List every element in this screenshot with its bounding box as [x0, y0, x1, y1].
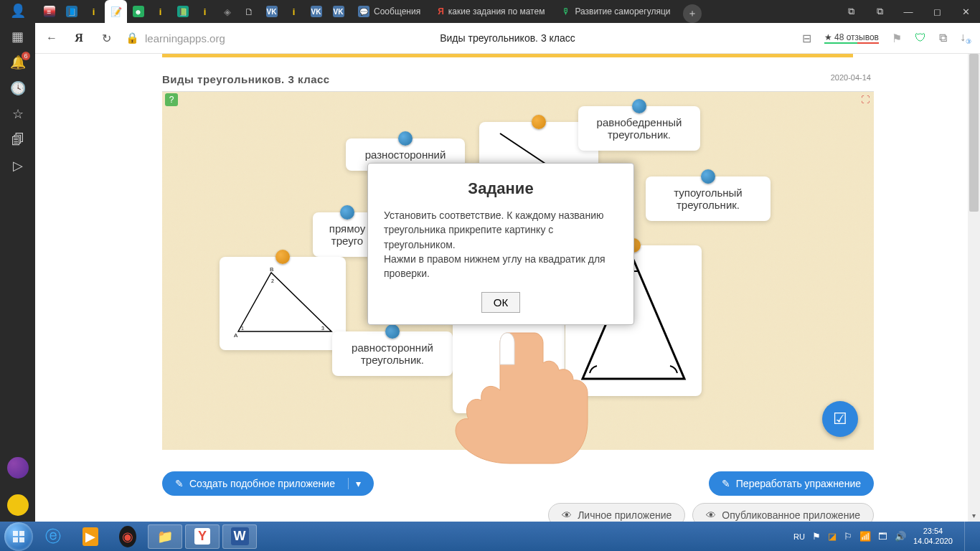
url-text: learningapps.org	[145, 32, 225, 44]
game-canvas[interactable]: ? ⛶ разносторонний равнобедренный треуго…	[162, 91, 874, 450]
tab-fav-13[interactable]: VK	[305, 0, 327, 23]
page-title: Виды треугольников. 3 класс	[440, 32, 575, 44]
tab-fav-7[interactable]: 📗	[171, 0, 194, 23]
vertical-scrollbar[interactable]: ▾	[968, 54, 980, 522]
url-bar: ← Я ↻ 🔒 learningapps.org Виды треугольни…	[35, 23, 980, 54]
window-pip-icon[interactable]: ⧉	[865, 0, 894, 23]
pencil-icon: ✎	[722, 478, 730, 489]
tab-fav-1[interactable]: ≡	[38, 0, 60, 23]
history-icon[interactable]: 🕓	[10, 80, 26, 96]
tab-yandex-search[interactable]: Якакие задания по матем	[429, 0, 553, 23]
window-panels-icon[interactable]: ⧉	[837, 0, 865, 23]
action-bar: ✎ Создать подобное приложение ▾ ✎ Перера…	[162, 471, 874, 522]
tray-clock[interactable]: 23:54 14.04.2020	[913, 527, 953, 547]
tab-fav-6[interactable]: i	[149, 0, 171, 23]
tab-fav-10[interactable]: 🗋	[238, 0, 260, 23]
taskbar-app-red[interactable]: ◉	[110, 524, 145, 549]
tray-shield-icon[interactable]: ◪	[828, 531, 837, 542]
tray-flag-icon[interactable]: ⚑	[812, 531, 821, 542]
card-triangle-left[interactable]: BAC123	[220, 257, 346, 350]
bell-icon[interactable]: 🔔6	[10, 55, 26, 70]
page-content: Виды треугольников. 3 класс 2020-04-14 ?…	[35, 54, 980, 522]
svg-text:2: 2	[271, 278, 274, 283]
tab-messages[interactable]: 💬Сообщения	[349, 0, 429, 23]
notification-badge: 6	[22, 52, 29, 60]
tray-volume-icon[interactable]: 🔊	[895, 531, 906, 542]
svg-text:A: A	[234, 332, 238, 339]
tray-action-icon[interactable]: ⚐	[844, 531, 852, 542]
scrollbar-down-icon[interactable]: ▾	[968, 509, 980, 522]
tab-fav-12[interactable]: i	[283, 0, 305, 23]
tab-fav-2[interactable]: 📘	[60, 0, 83, 23]
new-tab-button[interactable]: ＋	[683, 4, 702, 23]
task-modal: Задание Установить соответствие. К каждо…	[367, 163, 634, 325]
taskbar-ie[interactable]: ⓔ	[36, 524, 70, 549]
public-app-button[interactable]: 👁 Опубликованное приложение	[692, 503, 874, 522]
dropdown-caret-icon[interactable]: ▾	[348, 478, 361, 489]
translate-icon[interactable]: ⊟	[802, 32, 811, 45]
extensions-icon[interactable]: ⧉	[939, 32, 947, 44]
modal-body: Установить соответствие. К каждому назва…	[384, 208, 618, 281]
tab-fav-9[interactable]: ◈	[216, 0, 238, 23]
pin-icon	[385, 324, 400, 339]
tab-fav-8[interactable]: i	[194, 0, 216, 23]
profile-icon[interactable]: 👤	[10, 3, 26, 19]
card-triangle-mid[interactable]	[453, 310, 565, 413]
tab-active[interactable]: 📝	[105, 0, 127, 23]
taskbar-yandex[interactable]: Y	[185, 524, 220, 549]
pin-icon	[275, 250, 290, 264]
pin-icon	[532, 115, 546, 129]
tab-fav-3[interactable]: i	[83, 0, 105, 23]
collections-icon[interactable]: 🗐	[10, 132, 26, 148]
alice-icon[interactable]	[7, 457, 29, 479]
shield-icon[interactable]: 🛡	[915, 32, 926, 44]
rework-button[interactable]: ✎ Переработать упражнение	[709, 471, 874, 496]
card-ravnostoronniy[interactable]: равносторонний треугольник.	[332, 331, 453, 376]
window-maximize-icon[interactable]: ◻	[923, 0, 951, 23]
window-minimize-icon[interactable]: —	[894, 0, 923, 23]
window-close-icon[interactable]: ✕	[951, 0, 980, 23]
tray-battery-icon[interactable]: 🗔	[878, 531, 887, 542]
star-icon[interactable]: ☆	[10, 106, 26, 122]
tab-fav-11[interactable]: VK	[260, 0, 283, 23]
system-tray: RU ⚑ ◪ ⚐ 📶 🗔 🔊 23:54 14.04.2020	[793, 522, 976, 551]
play-icon[interactable]: ▷	[10, 158, 26, 174]
tab-article[interactable]: 🎙Развитие саморегуляци	[553, 0, 679, 23]
fullscreen-icon[interactable]: ⛶	[861, 95, 870, 105]
grid-icon[interactable]: ▦	[10, 29, 26, 44]
tray-network-icon[interactable]: 📶	[859, 531, 871, 542]
scrollbar-thumb[interactable]	[969, 54, 979, 212]
private-app-button[interactable]: 👁 Личное приложение	[548, 503, 685, 522]
tab-fav-14[interactable]: VK	[327, 0, 349, 23]
card-ravnobedrenniy[interactable]: равнобедренный треугольник.	[578, 106, 700, 151]
bookmark-icon[interactable]: ⚑	[892, 32, 902, 45]
tab-fav-5[interactable]: ☻	[127, 0, 149, 23]
tab-strip: ≡ 📘 i 📝 ☻ i 📗 i ◈ 🗋 VK i VK VK 💬Сообщени…	[35, 0, 980, 23]
show-desktop-button[interactable]	[964, 522, 973, 551]
start-button[interactable]	[4, 522, 33, 551]
pin-icon	[632, 99, 646, 113]
pin-icon	[398, 131, 413, 146]
help-icon[interactable]: ?	[165, 93, 178, 106]
taskbar-explorer[interactable]: 📁	[148, 524, 182, 549]
svg-text:3: 3	[321, 326, 324, 331]
yandex-icon[interactable]	[7, 494, 29, 516]
app-sidebar: 👤 ▦ 🔔6 🕓 ☆ 🗐 ▷	[0, 0, 35, 522]
windows-taskbar: ⓔ ▶ ◉ 📁 Y W RU ⚑ ◪ ⚐ 📶 🗔 🔊 23:54 14.04.2…	[0, 522, 980, 551]
tray-lang[interactable]: RU	[793, 532, 805, 541]
taskbar-media[interactable]: ▶	[73, 524, 108, 549]
card-tupougolniy[interactable]: тупоугольный треугольник.	[646, 176, 771, 221]
app-heading: Виды треугольников. 3 класс	[162, 73, 330, 85]
modal-ok-button[interactable]: ОК	[481, 292, 520, 313]
back-button[interactable]: ←	[44, 30, 60, 46]
taskbar-word[interactable]: W	[222, 524, 257, 549]
app-date: 2020-04-14	[831, 73, 871, 82]
check-answer-button[interactable]: ☑	[822, 401, 858, 437]
pin-icon	[701, 169, 715, 184]
reload-button[interactable]: ↻	[98, 30, 114, 46]
yandex-home-icon[interactable]: Я	[71, 30, 87, 46]
downloads-icon[interactable]: ↓③	[960, 31, 971, 45]
eye-icon: 👁	[706, 509, 716, 521]
reviews-badge[interactable]: ★ 48 отзывов	[824, 32, 879, 44]
create-similar-button[interactable]: ✎ Создать подобное приложение ▾	[162, 471, 374, 496]
